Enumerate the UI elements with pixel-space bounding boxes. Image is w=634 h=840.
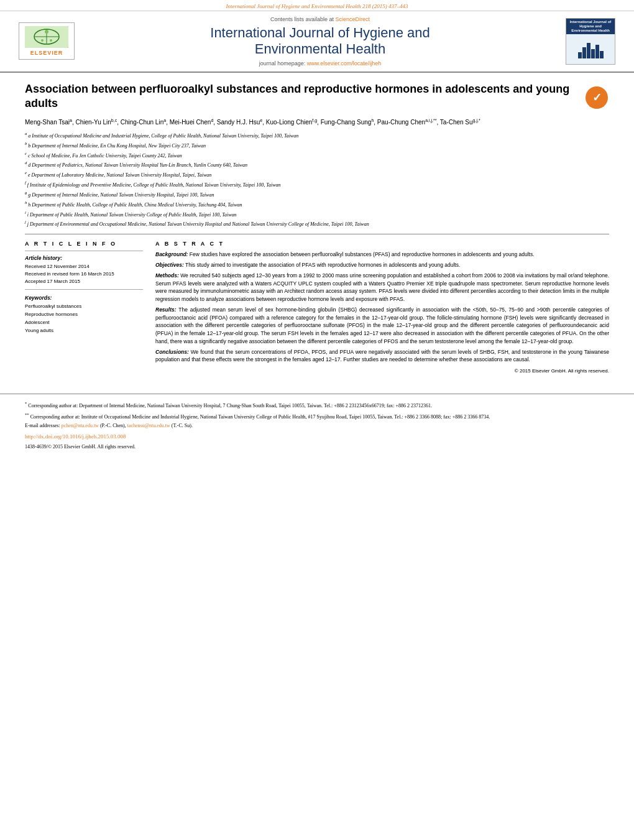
- sciencedirect-link[interactable]: ScienceDirect: [336, 16, 370, 22]
- article-history-title: Article history:: [25, 255, 143, 261]
- revised-date: Received in revised form 16 March 2015: [25, 270, 143, 278]
- affil-g: g g Department of Internal Medicine, Nat…: [25, 190, 609, 198]
- email2-link[interactable]: tachensu@ntu.edu.tw: [127, 423, 170, 428]
- svg-text:✓: ✓: [592, 91, 602, 104]
- doi-link[interactable]: http://dx.doi.org/10.1016/j.ijheh.2015.0…: [25, 433, 126, 440]
- crossmark-logo: ✓ CrossMark: [584, 85, 609, 110]
- affil-f: f f Institute of Epidemiology and Preven…: [25, 180, 609, 188]
- footer-corresponding2: ** Corresponding author at: Institute of…: [25, 412, 609, 421]
- abstract-copyright: © 2015 Elsevier GmbH. All rights reserve…: [155, 367, 609, 375]
- article-info-column: A R T I C L E I N F O Article history: R…: [25, 241, 143, 375]
- article-history: Article history: Received 12 November 20…: [25, 255, 143, 285]
- results-text: The adjusted mean serum level of sex hor…: [155, 307, 609, 344]
- results-label: Results:: [155, 307, 177, 313]
- abstract-results: Results: The adjusted mean serum level o…: [155, 306, 609, 346]
- two-column-layout: A R T I C L E I N F O Article history: R…: [25, 241, 609, 375]
- affil-b: b b Department of Internal Medicine, En …: [25, 141, 609, 149]
- objectives-label: Objectives:: [155, 262, 184, 268]
- abstract-objectives: Objectives: This study aimed to investig…: [155, 261, 609, 269]
- right-logo: International Journal ofHygiene andEnvir…: [566, 18, 615, 65]
- keyword-2: Reproductive hormones: [25, 311, 143, 319]
- svg-point-4: [45, 30, 48, 34]
- elsevier-graphic: [25, 26, 68, 48]
- journal-header: ELSEVIER Contents lists available at Sci…: [0, 11, 634, 73]
- center-info: Contents lists available at ScienceDirec…: [87, 16, 553, 67]
- rl-bar-4: [591, 49, 595, 58]
- keywords-section: Keywords: Perfluoroalkyl substances Repr…: [25, 295, 143, 335]
- article-title-text: Association between perfluoroalkyl subst…: [25, 82, 575, 111]
- top-bar: International Journal of Hygiene and Env…: [0, 0, 634, 11]
- received-date: Received 12 November 2014: [25, 263, 143, 270]
- rl-bar-2: [582, 47, 586, 58]
- homepage-link[interactable]: www.elsevier.com/locate/ijheh: [307, 60, 382, 67]
- rl-body: [566, 34, 615, 63]
- contents-line: Contents lists available at ScienceDirec…: [87, 16, 553, 22]
- email1-link[interactable]: pchen@ntu.edu.tw: [62, 423, 99, 428]
- background-label: Background:: [155, 251, 188, 257]
- issn-line: 1438-4639/© 2015 Elsevier GmbH. All righ…: [25, 443, 609, 451]
- journal-citation-link[interactable]: International Journal of Hygiene and Env…: [226, 3, 408, 9]
- objectives-text: This study aimed to investigate the asso…: [185, 262, 460, 268]
- affil-e: e e Department of Laboratory Medicine, N…: [25, 170, 609, 178]
- article-title: Association between perfluoroalkyl subst…: [25, 82, 575, 111]
- divider-after-affiliations: [25, 234, 609, 234]
- rl-bar-5: [595, 45, 599, 58]
- keyword-1: Perfluoroalkyl substances: [25, 303, 143, 311]
- affiliations: a a Institute of Occupational Medicine a…: [25, 131, 609, 228]
- abstract-methods: Methods: We recruited 540 subjects aged …: [155, 272, 609, 303]
- abstract-background: Background: Few studies have explored th…: [155, 251, 609, 259]
- abstract-conclusions: Conclusions: We found that the serum con…: [155, 348, 609, 364]
- rl-top-label: International Journal ofHygiene andEnvir…: [566, 19, 615, 35]
- abstract-text: Background: Few studies have explored th…: [155, 251, 609, 375]
- article-info-title: A R T I C L E I N F O: [25, 241, 143, 247]
- affil-a: a a Institute of Occupational Medicine a…: [25, 131, 609, 139]
- affil-j: j j Department of Environmental and Occu…: [25, 219, 609, 228]
- accepted-date: Accepted 17 March 2015: [25, 278, 143, 285]
- article-title-section: Association between perfluoroalkyl subst…: [25, 82, 609, 111]
- article-content: Association between perfluoroalkyl subst…: [0, 73, 634, 384]
- doi-line: http://dx.doi.org/10.1016/j.ijheh.2015.0…: [25, 433, 609, 441]
- authors: Meng-Shan Tsaia, Chien-Yu Linb,c, Ching-…: [25, 118, 609, 127]
- abstract-column: A B S T R A C T Background: Few studies …: [155, 241, 609, 375]
- footer-emails: E-mail addresses: pchen@ntu.edu.tw (P.-C…: [25, 422, 609, 430]
- conclusions-label: Conclusions:: [155, 349, 189, 355]
- affil-c: c c School of Medicine, Fu Jen Catholic …: [25, 150, 609, 159]
- footer-corresponding1: * Corresponding author at: Department of…: [25, 400, 609, 410]
- elsevier-logo: ELSEVIER: [19, 22, 75, 60]
- footer-section: * Corresponding author at: Department of…: [0, 394, 634, 451]
- background-text: Few studies have explored the associatio…: [190, 251, 535, 257]
- rl-bars: [578, 40, 604, 58]
- abstract-title: A B S T R A C T: [155, 241, 609, 247]
- elsevier-text: ELSEVIER: [30, 50, 63, 56]
- keyword-3: Adolescent: [25, 319, 143, 327]
- affil-i: i i Department of Public Health, Nationa…: [25, 210, 609, 218]
- article-info-divider: [25, 251, 143, 251]
- affil-d: d d Department of Pediatrics, National T…: [25, 160, 609, 168]
- svg-point-5: [41, 39, 44, 42]
- conclusions-text: We found that the serum concentrations o…: [155, 349, 609, 363]
- svg-text:CrossMark: CrossMark: [589, 104, 605, 108]
- methods-label: Methods:: [155, 272, 179, 279]
- rl-bar-6: [600, 51, 604, 58]
- keywords-divider: [25, 289, 143, 290]
- affil-h: h h Department of Public Health, College…: [25, 200, 609, 208]
- homepage-line: journal homepage: www.elsevier.com/locat…: [87, 60, 553, 67]
- journal-title: International Journal of Hygiene and Env…: [87, 25, 553, 58]
- keyword-4: Young adults: [25, 327, 143, 335]
- methods-text: We recruited 540 subjects aged 12–30 yea…: [155, 272, 609, 302]
- rl-bar-3: [587, 43, 590, 58]
- rl-bar-1: [578, 52, 582, 58]
- svg-point-6: [50, 39, 52, 42]
- keywords-list: Perfluoroalkyl substances Reproductive h…: [25, 303, 143, 335]
- keywords-title: Keywords:: [25, 295, 143, 301]
